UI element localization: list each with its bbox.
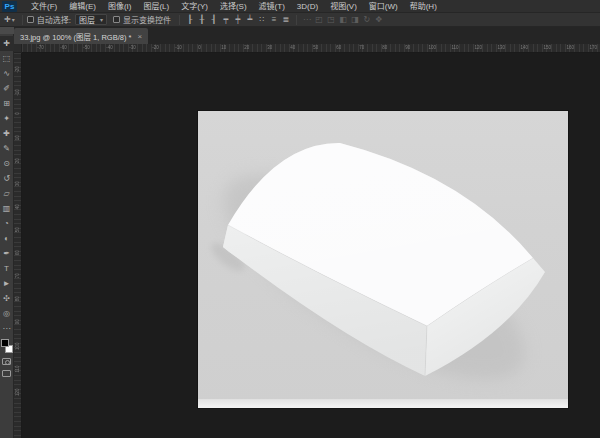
quick-selection-tool[interactable]: ✐	[0, 81, 14, 96]
close-icon[interactable]: ×	[137, 32, 142, 41]
separator	[296, 15, 297, 25]
brush-tool[interactable]: ✎	[0, 141, 14, 156]
ruler-tick-label: 40	[14, 204, 19, 209]
align-top-edges-icon[interactable]: ┯	[220, 13, 232, 26]
menu-item[interactable]: 图像(I)	[102, 0, 138, 13]
auto-select-checkbox[interactable]	[27, 16, 34, 23]
tool-preset-caret-icon[interactable]: ▾	[12, 16, 15, 23]
vertical-ruler[interactable]: -20-100102030405060708090100110120	[14, 53, 22, 438]
ruler-tick-label: 80	[382, 44, 387, 49]
ruler-tick-label: 160	[566, 44, 574, 49]
white-box-mockup	[198, 111, 568, 408]
ruler-tick-label: 90	[405, 44, 410, 49]
3d-mode-rotate-icon[interactable]: ◰	[313, 13, 325, 26]
ruler-tick-label: 30	[267, 44, 272, 49]
menu-item[interactable]: 选择(S)	[214, 0, 253, 13]
menu-item[interactable]: 滤镜(T)	[253, 0, 291, 13]
ruler-tick-label: 130	[497, 44, 505, 49]
menu-item[interactable]: 3D(D)	[291, 0, 324, 13]
blur-tool[interactable]: ◔	[0, 216, 14, 231]
eraser-tool[interactable]: ▱	[0, 186, 14, 201]
distribute-left-icon[interactable]: ∷	[256, 13, 268, 26]
dodge-tool[interactable]: ◐	[0, 231, 14, 246]
menu-bar: Ps 文件(F)编辑(E)图像(I)图层(L)文字(Y)选择(S)滤镜(T)3D…	[0, 0, 600, 13]
separator	[22, 15, 23, 25]
align-horizontal-centers-icon[interactable]: ╂	[196, 13, 208, 26]
3d-mode-roll-icon[interactable]: ◳	[325, 13, 337, 26]
ruler-tick-label: 40	[290, 44, 295, 49]
menu-list: 文件(F)编辑(E)图像(I)图层(L)文字(Y)选择(S)滤镜(T)3D(D)…	[25, 0, 443, 13]
ruler-tick-label: -60	[60, 44, 67, 49]
ruler-tick-label: 80	[14, 296, 19, 301]
eyedropper-tool[interactable]: ✦	[0, 111, 14, 126]
menu-item[interactable]: 帮助(H)	[404, 0, 443, 13]
ruler-tick-label: -20	[14, 66, 19, 73]
type-tool[interactable]: T	[0, 261, 14, 276]
color-swatches[interactable]	[1, 339, 13, 353]
ruler-origin-corner[interactable]	[14, 44, 22, 53]
tools-panel: ✛⬚∿✐⊞✦✚✎⊙↺▱▥◔◐✒T►✣◎⋯	[0, 27, 14, 438]
3d-mode-slide-icon[interactable]: ◨	[349, 13, 361, 26]
ruler-tick-label: -40	[106, 44, 113, 49]
path-selection-tool[interactable]: ►	[0, 276, 14, 291]
menu-item[interactable]: 文件(F)	[25, 0, 63, 13]
collapse-panel-handle[interactable]	[0, 27, 14, 34]
distribute-right-icon[interactable]: ≣	[280, 13, 292, 26]
history-brush-tool[interactable]: ↺	[0, 171, 14, 186]
ruler-tick-label: 50	[313, 44, 318, 49]
document-tab-bar: 33.jpg @ 100% (图层 1, RGB/8) * ×	[14, 27, 600, 44]
ruler-tick-label: -30	[129, 44, 136, 49]
3d-mode-scale-icon[interactable]: ↻	[361, 13, 373, 26]
crop-tool[interactable]: ⊞	[0, 96, 14, 111]
move-tool[interactable]: ✛	[0, 36, 14, 51]
show-transform-option[interactable]: 显示变换控件	[113, 14, 171, 25]
distribute-centers-icon[interactable]: ≡	[268, 13, 280, 26]
ruler-tick-label: 50	[14, 227, 19, 232]
align-bottom-edges-icon[interactable]: ┷	[244, 13, 256, 26]
3d-mode-drag-icon[interactable]: ◧	[337, 13, 349, 26]
edit-toolbar-button[interactable]: ⋯	[0, 321, 14, 336]
align-right-edges-icon[interactable]: ┨	[208, 13, 220, 26]
ruler-tick-label: 0	[14, 112, 19, 115]
align-left-edges-icon[interactable]: ┠	[184, 13, 196, 26]
horizontal-ruler[interactable]: -70-60-50-40-30-20-100102030405060708090…	[22, 44, 600, 53]
lasso-tool[interactable]: ∿	[0, 66, 14, 81]
photoshop-window: Ps 文件(F)编辑(E)图像(I)图层(L)文字(Y)选择(S)滤镜(T)3D…	[0, 0, 600, 438]
ruler-tick-label: 20	[14, 158, 19, 163]
hand-tool[interactable]: ✣	[0, 291, 14, 306]
ruler-tick-label: 120	[474, 44, 482, 49]
workspace-icon[interactable]: ✥	[373, 13, 385, 26]
align-vertical-centers-icon[interactable]: ┿	[232, 13, 244, 26]
quick-mask-button[interactable]	[2, 358, 11, 365]
menu-item[interactable]: 文字(Y)	[175, 0, 214, 13]
auto-align-icon[interactable]: ⋯	[301, 13, 313, 26]
ruler-tick-label: 30	[14, 181, 19, 186]
canvas-image[interactable]	[198, 111, 568, 408]
zoom-tool[interactable]: ◎	[0, 306, 14, 321]
ruler-tick-label: -20	[152, 44, 159, 49]
menu-item[interactable]: 编辑(E)	[63, 0, 102, 13]
ruler-tick-label: 20	[244, 44, 249, 49]
extra-icons-group: ⋯◰◳◧◨↻✥	[301, 13, 385, 26]
ruler-tick-label: 10	[14, 135, 19, 140]
ruler-tick-label: 100	[14, 342, 19, 350]
ruler-tick-label: 100	[428, 44, 436, 49]
menu-item[interactable]: 图层(L)	[137, 0, 175, 13]
marquee-tool[interactable]: ⬚	[0, 51, 14, 66]
auto-select-target-dropdown[interactable]: 图层 ▾	[75, 14, 107, 25]
menu-item[interactable]: 窗口(W)	[363, 0, 404, 13]
pen-tool[interactable]: ✒	[0, 246, 14, 261]
clone-stamp-tool[interactable]: ⊙	[0, 156, 14, 171]
screen-mode-button[interactable]	[2, 370, 11, 377]
document-tab[interactable]: 33.jpg @ 100% (图层 1, RGB/8) * ×	[14, 28, 148, 44]
ruler-tick-label: 60	[14, 250, 19, 255]
ruler-tick-label: 120	[14, 388, 19, 396]
show-transform-checkbox[interactable]	[113, 16, 120, 23]
ruler-tick-label: 110	[14, 365, 19, 372]
foreground-color-swatch[interactable]	[1, 339, 9, 347]
ruler-tick-label: 70	[359, 44, 364, 49]
menu-item[interactable]: 视图(V)	[324, 0, 363, 13]
spot-healing-brush-tool[interactable]: ✚	[0, 126, 14, 141]
gradient-tool[interactable]: ▥	[0, 201, 14, 216]
auto-select-option[interactable]: 自动选择:	[27, 14, 71, 25]
